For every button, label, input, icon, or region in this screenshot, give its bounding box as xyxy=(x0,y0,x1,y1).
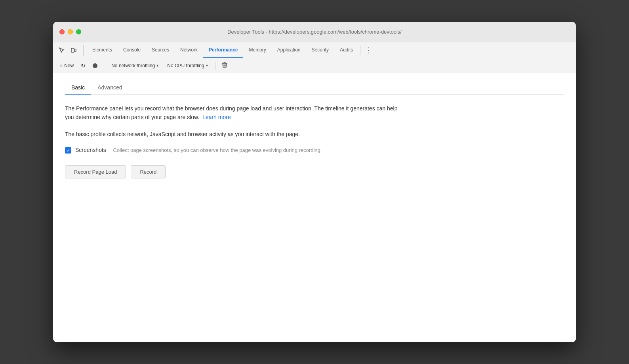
cpu-throttle-label: No CPU throttling xyxy=(167,63,204,68)
description-paragraph-1: The Performance panel lets you record wh… xyxy=(65,104,402,122)
devtools-toolbar: Elements Console Sources Network Perform… xyxy=(53,42,576,58)
tab-performance[interactable]: Performance xyxy=(203,42,243,58)
minimize-button[interactable] xyxy=(68,29,73,34)
maximize-button[interactable] xyxy=(76,29,81,34)
content-tab-basic[interactable]: Basic xyxy=(65,81,91,95)
tab-security[interactable]: Security xyxy=(306,42,334,58)
more-tabs-icon[interactable]: ⋮ xyxy=(362,46,375,55)
tab-elements[interactable]: Elements xyxy=(87,42,118,58)
record-button-main[interactable]: Record xyxy=(131,165,166,178)
chevron-down-icon: ▾ xyxy=(206,63,208,68)
tab-memory[interactable]: Memory xyxy=(243,42,271,58)
close-button[interactable] xyxy=(59,29,65,34)
clear-button[interactable] xyxy=(219,60,230,71)
tab-sources[interactable]: Sources xyxy=(146,42,175,58)
network-throttle-label: No network throttling xyxy=(111,63,155,68)
tab-network[interactable]: Network xyxy=(175,42,203,58)
action-divider-2 xyxy=(215,62,215,70)
reload-icon: ↻ xyxy=(81,63,86,69)
titlebar: Developer Tools - https://developers.goo… xyxy=(53,22,576,42)
window-title: Developer Tools - https://developers.goo… xyxy=(227,29,402,35)
record-page-load-button[interactable]: Record Page Load xyxy=(65,165,126,178)
network-throttle-dropdown[interactable]: No network throttling ▾ xyxy=(108,61,162,70)
screenshots-checkbox-row: ✓ Screenshots Collect page screenshots, … xyxy=(65,146,564,154)
performance-action-bar: + New ↻ No network throttling ▾ No CPU t… xyxy=(53,58,576,73)
toolbar-icon-group xyxy=(56,45,84,56)
checkbox-label-group: Screenshots Collect page screenshots, so… xyxy=(75,146,322,154)
description-text-1: The Performance panel lets you record wh… xyxy=(65,105,397,120)
description-paragraph-2: The basic profile collects network, Java… xyxy=(65,130,402,138)
learn-more-link[interactable]: Learn more xyxy=(202,114,231,120)
record-dot-icon xyxy=(93,63,97,68)
main-content: Basic Advanced The Performance panel let… xyxy=(53,73,576,342)
record-button[interactable] xyxy=(90,62,100,70)
plus-icon: + xyxy=(59,63,63,69)
action-buttons-row: Record Page Load Record xyxy=(65,165,564,178)
screenshots-checkbox[interactable]: ✓ xyxy=(65,147,71,154)
action-divider xyxy=(104,62,104,70)
checkmark-icon: ✓ xyxy=(67,148,70,153)
device-toolbar-icon[interactable] xyxy=(68,45,79,56)
new-label: New xyxy=(64,63,74,68)
checkbox-checked-icon[interactable]: ✓ xyxy=(65,147,71,154)
content-tabs: Basic Advanced xyxy=(65,81,564,95)
traffic-lights xyxy=(59,29,81,34)
tab-divider xyxy=(360,46,360,55)
cpu-throttle-dropdown[interactable]: No CPU throttling ▾ xyxy=(164,61,211,70)
reload-button[interactable]: ↻ xyxy=(78,61,88,70)
content-tab-advanced[interactable]: Advanced xyxy=(91,81,128,95)
svg-rect-1 xyxy=(74,49,76,51)
chevron-down-icon: ▾ xyxy=(156,63,158,68)
tab-audits[interactable]: Audits xyxy=(334,42,358,58)
inspect-icon[interactable] xyxy=(56,45,67,56)
screenshots-label: Screenshots xyxy=(75,147,106,153)
tab-console[interactable]: Console xyxy=(118,42,146,58)
devtools-window: Developer Tools - https://developers.goo… xyxy=(53,22,576,342)
svg-rect-0 xyxy=(71,48,74,52)
screenshots-description: Collect page screenshots, so you can obs… xyxy=(113,147,322,153)
new-button[interactable]: + New xyxy=(57,61,76,70)
tab-application[interactable]: Application xyxy=(272,42,306,58)
